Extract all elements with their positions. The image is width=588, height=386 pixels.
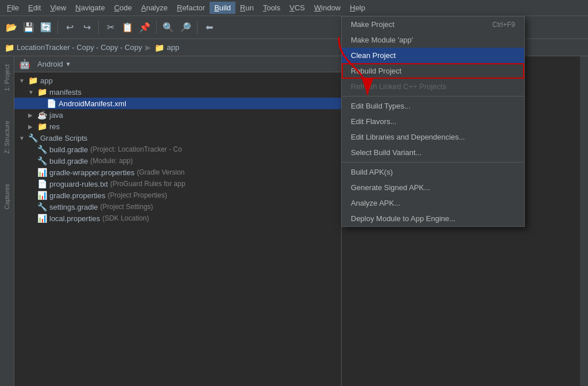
- label-manifests: manifests: [49, 88, 82, 96]
- menu-tools[interactable]: Tools: [258, 2, 285, 14]
- tab-captures[interactable]: Captures: [2, 180, 12, 213]
- paste-btn[interactable]: 📌: [137, 20, 153, 36]
- menu-make-module[interactable]: Make Module 'app': [342, 32, 524, 48]
- menu-deploy-app-engine[interactable]: Deploy Module to App Engine...: [342, 211, 524, 226]
- open-folder-btn[interactable]: 📂: [3, 20, 20, 36]
- menu-rebuild-project[interactable]: Rebuild Project: [342, 63, 524, 79]
- breadcrumb-project-icon: 📁: [5, 43, 14, 52]
- build-dropdown-menu: Make Project Ctrl+F9 Make Module 'app' C…: [341, 16, 525, 227]
- android-dropdown[interactable]: Android ▼: [34, 59, 75, 70]
- label-gw: gradle-wrapper.properties: [49, 168, 134, 177]
- back-btn[interactable]: ⬅: [201, 20, 217, 36]
- label-gp: gradle.properties: [49, 191, 106, 200]
- sublabel-gp: (Project Properties): [108, 191, 167, 199]
- menu-build[interactable]: Build: [210, 2, 235, 14]
- search-btn[interactable]: 🔍: [160, 20, 176, 36]
- save-btn[interactable]: 💾: [21, 20, 37, 36]
- tree-item-gradle-wrapper[interactable]: 📊 gradle-wrapper.properties (Gradle Vers…: [14, 167, 341, 178]
- menu-view[interactable]: View: [45, 2, 71, 14]
- tree-item-app[interactable]: ▼ 📁 app: [14, 75, 341, 86]
- menu-analyze-apk[interactable]: Analyze APK...: [342, 195, 524, 211]
- sublabel-sg: (Project Settings): [100, 203, 153, 211]
- menu-refactor[interactable]: Refactor: [172, 2, 210, 14]
- label-bg-project: build.gradle: [49, 145, 88, 154]
- tree-item-local-props[interactable]: 📊 local.properties (SDK Location): [14, 213, 341, 224]
- menu-edit-build-types[interactable]: Edit Build Types...: [342, 98, 524, 114]
- project-panel: 🤖 Android ▼ ▼ 📁 app ▼ 📁 manifests: [14, 56, 342, 386]
- replace-btn[interactable]: 🔎: [177, 20, 194, 36]
- sync-btn[interactable]: 🔄: [38, 20, 54, 36]
- menu-code[interactable]: Code: [110, 2, 137, 14]
- label-bg-module: build.gradle: [49, 157, 88, 165]
- generate-signed-apk-label: Generate Signed APK...: [351, 183, 430, 192]
- menu-edit-libraries[interactable]: Edit Libraries and Dependencies...: [342, 129, 524, 145]
- copy-btn[interactable]: 📋: [119, 20, 136, 36]
- label-gradle-scripts: Gradle Scripts: [40, 134, 87, 142]
- undo-btn[interactable]: ↩: [61, 20, 78, 36]
- tree-item-gradle-scripts[interactable]: ▼ 🔧 Gradle Scripts: [14, 132, 341, 144]
- arrow-res: ▶: [28, 123, 37, 130]
- sublabel-lp: (SDK Location): [102, 214, 149, 222]
- folder-icon-app: 📁: [28, 76, 38, 85]
- sublabel-gw: (Gradle Version: [137, 168, 184, 176]
- menu-sep-1: [342, 96, 524, 96]
- tree-item-settings-gradle[interactable]: 🔧 settings.gradle (Project Settings): [14, 201, 341, 213]
- manifest-icon: 📄: [47, 99, 56, 108]
- right-gutter: [580, 56, 588, 386]
- label-app: app: [40, 76, 53, 85]
- menu-analyze[interactable]: Analyze: [137, 2, 172, 14]
- menu-help[interactable]: Help: [345, 2, 370, 14]
- rebuild-project-label: Rebuild Project: [351, 67, 401, 75]
- menu-generate-signed-apk[interactable]: Generate Signed APK...: [342, 180, 524, 195]
- tree-item-build-gradle-project[interactable]: 🔧 build.gradle (Project: LocationTracker…: [14, 144, 341, 155]
- label-lp: local.properties: [49, 214, 100, 223]
- android-icon: 🤖: [19, 59, 30, 70]
- edit-build-types-label: Edit Build Types...: [351, 102, 411, 110]
- menu-edit[interactable]: Edit: [24, 2, 45, 14]
- label-androidmanifest: AndroidManifest.xml: [59, 99, 126, 108]
- menu-vcs[interactable]: VCS: [285, 2, 310, 14]
- tree-item-java[interactable]: ▶ ☕ java: [14, 109, 341, 121]
- tree-item-manifests[interactable]: ▼ 📁 manifests: [14, 86, 341, 98]
- menu-navigate[interactable]: Navigate: [71, 2, 109, 14]
- toolbar-sep-2: [98, 21, 99, 34]
- tab-project[interactable]: 1: Project: [2, 61, 12, 94]
- analyze-apk-label: Analyze APK...: [351, 199, 400, 207]
- menu-select-build-variant[interactable]: Select Build Variant...: [342, 145, 524, 160]
- make-module-label: Make Module 'app': [351, 36, 413, 44]
- tree-item-gradle-props[interactable]: 📊 gradle.properties (Project Properties): [14, 190, 341, 201]
- project-tree: ▼ 📁 app ▼ 📁 manifests 📄 AndroidManifest.…: [14, 72, 341, 386]
- menu-refresh-cpp: Refresh Linked C++ Projects: [342, 79, 524, 94]
- breadcrumb-module[interactable]: app: [167, 43, 179, 52]
- label-proguard: proguard-rules.txt: [49, 180, 108, 188]
- redo-btn[interactable]: ↪: [79, 20, 95, 36]
- label-res: res: [49, 122, 60, 131]
- gradle-icon-sg: 🔧: [37, 202, 47, 211]
- arrow-java: ▶: [28, 112, 37, 118]
- arrow-manifests: ▼: [28, 89, 37, 95]
- tree-item-proguard[interactable]: 📄 proguard-rules.txt (ProGuard Rules for…: [14, 178, 341, 190]
- breadcrumb-project[interactable]: LocationTracker - Copy - Copy - Copy: [17, 43, 142, 52]
- tree-item-build-gradle-module[interactable]: 🔧 build.gradle (Module: app): [14, 155, 341, 167]
- tree-item-res[interactable]: ▶ 📁 res: [14, 121, 341, 132]
- menu-window[interactable]: Window: [310, 2, 345, 14]
- edit-libraries-label: Edit Libraries and Dependencies...: [351, 133, 465, 141]
- tree-item-androidmanifest[interactable]: 📄 AndroidManifest.xml: [14, 98, 341, 109]
- dropdown-arrow-icon: ▼: [65, 61, 71, 67]
- txt-icon-proguard: 📄: [37, 179, 47, 188]
- cut-btn[interactable]: ✂: [102, 20, 118, 36]
- menu-run[interactable]: Run: [235, 2, 258, 14]
- sublabel-bg-module: (Module: app): [90, 157, 133, 165]
- menu-edit-flavors[interactable]: Edit Flavors...: [342, 114, 524, 129]
- props-icon-gp: 📊: [37, 191, 47, 200]
- make-project-shortcut: Ctrl+F9: [492, 21, 515, 29]
- menu-make-project[interactable]: Make Project Ctrl+F9: [342, 17, 524, 32]
- breadcrumb-module-icon: 📁: [154, 43, 164, 52]
- menu-clean-project[interactable]: Clean Project: [342, 48, 524, 63]
- deploy-app-engine-label: Deploy Module to App Engine...: [351, 214, 455, 223]
- gradle-icon-bg-project: 🔧: [37, 145, 47, 154]
- tab-structure[interactable]: Z: Structure: [2, 117, 12, 157]
- res-icon: 📁: [37, 122, 47, 131]
- menu-build-apk[interactable]: Build APK(s): [342, 164, 524, 180]
- menu-file[interactable]: File: [2, 2, 24, 14]
